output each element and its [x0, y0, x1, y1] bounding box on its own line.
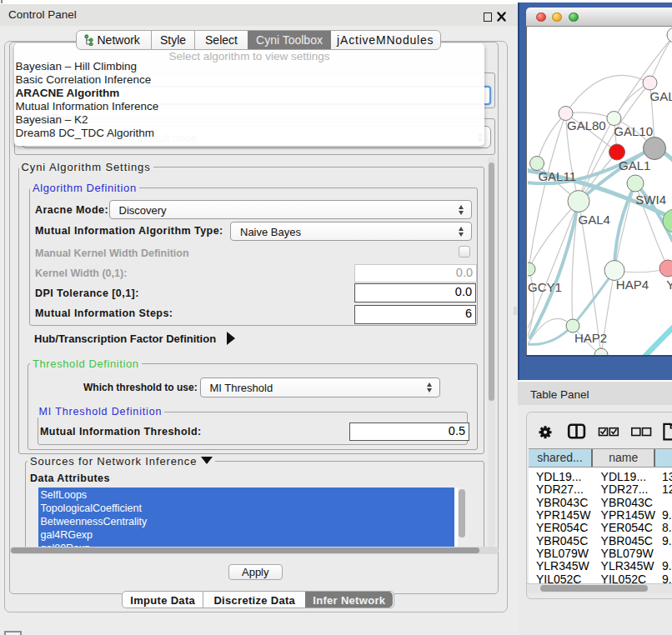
svg-text:GAL4: GAL4	[579, 212, 610, 226]
svg-text:SWI4: SWI4	[635, 192, 666, 207]
svg-text:GAL10: GAL10	[614, 124, 653, 138]
svg-text:GAL2: GAL2	[650, 89, 672, 103]
svg-text:GCY1: GCY1	[528, 280, 562, 294]
svg-text:GAL11: GAL11	[538, 169, 576, 183]
svg-text:GAL1: GAL1	[619, 158, 650, 172]
svg-text:HAP4: HAP4	[616, 278, 649, 292]
svg-text:YBR0: YBR0	[666, 278, 672, 292]
svg-text:GAL80: GAL80	[567, 118, 606, 132]
svg-text:HAP2: HAP2	[574, 331, 607, 345]
